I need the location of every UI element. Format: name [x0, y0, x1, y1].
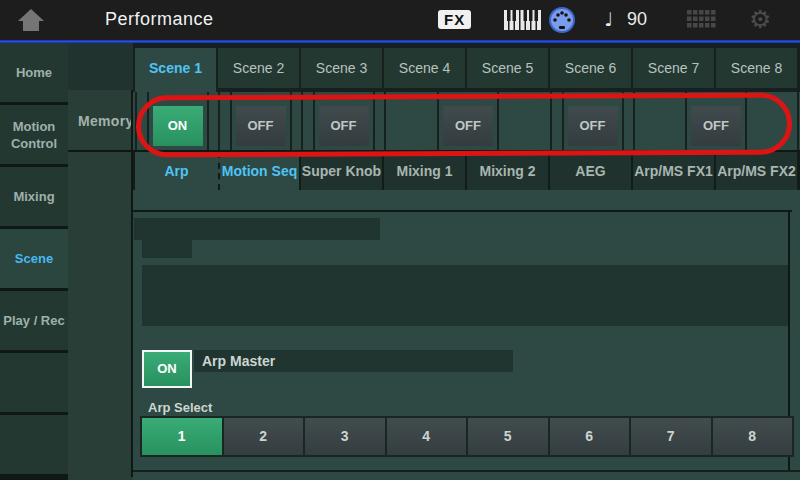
memory-switch-motion-seq[interactable]: OFF: [236, 106, 286, 146]
tempo-value[interactable]: 90: [627, 9, 647, 30]
left-column-strip: [68, 43, 133, 480]
pad-grid-icon[interactable]: [687, 10, 717, 34]
arp-select-6[interactable]: 6: [550, 418, 630, 455]
scene-tab-5[interactable]: Scene 5: [467, 48, 548, 88]
memory-switch-arp[interactable]: ON: [153, 106, 203, 146]
fx-icon[interactable]: FX: [438, 10, 471, 29]
left-column-strip-top: [68, 43, 133, 90]
scene-tab-8[interactable]: Scene 8: [716, 48, 797, 88]
quarter-note-icon[interactable]: ♩: [604, 8, 613, 30]
arp-select-row: 1 2 3 4 5 6 7 8: [140, 416, 794, 457]
content-placeholder-2: [142, 240, 192, 258]
scene-tab-2[interactable]: Scene 2: [218, 48, 299, 88]
sub-tab-bar: Arp Motion Seq Super Knob Mixing 1 Mixin…: [133, 152, 800, 190]
tab-mixing-2[interactable]: Mixing 2: [467, 152, 548, 190]
sidebar-item-motion-control[interactable]: Motion Control: [0, 105, 68, 164]
scene-tab-bar: Scene 1 Scene 2 Scene 3 Scene 4 Scene 5 …: [135, 48, 800, 92]
scene-tab-1[interactable]: Scene 1: [135, 48, 216, 92]
arp-master-label: Arp Master: [194, 350, 513, 372]
sidebar-item-mixing[interactable]: Mixing: [0, 167, 68, 226]
home-icon[interactable]: [16, 7, 46, 33]
memory-switch-aeg[interactable]: OFF: [568, 106, 618, 146]
midi-icon[interactable]: [548, 6, 576, 38]
memory-cell-arp-ms-fx: OFF: [633, 92, 799, 150]
page-title: Performance: [105, 9, 214, 30]
sidebar-item-play-rec[interactable]: Play / Rec: [0, 291, 68, 350]
arp-select-8[interactable]: 8: [713, 418, 793, 455]
gear-icon[interactable]: ⚙: [749, 5, 771, 35]
arp-select-1[interactable]: 1: [142, 418, 222, 455]
tab-aeg[interactable]: AEG: [550, 152, 631, 190]
tab-mixing-1[interactable]: Mixing 1: [384, 152, 465, 190]
scene-tab-6[interactable]: Scene 6: [550, 48, 631, 88]
tab-arp[interactable]: Arp: [135, 152, 218, 190]
divider: [68, 150, 133, 152]
tab-arp-ms-fx2[interactable]: Arp/MS FX2: [716, 152, 797, 190]
sidebar-item-scene[interactable]: Scene: [0, 229, 68, 288]
memory-cell-super-knob: OFF: [301, 92, 384, 150]
memory-cell-motion-seq: OFF: [218, 92, 301, 150]
memory-cell-mixing: OFF: [384, 92, 550, 150]
sidebar-item-empty-1: [0, 353, 68, 412]
arp-select-2[interactable]: 2: [224, 418, 304, 455]
arp-select-3[interactable]: 3: [305, 418, 385, 455]
scene-tab-7[interactable]: Scene 7: [633, 48, 714, 88]
memory-row-label: Memory: [78, 113, 133, 129]
memory-cell-aeg: OFF: [550, 92, 633, 150]
scene-tab-4[interactable]: Scene 4: [384, 48, 465, 88]
arp-select-4[interactable]: 4: [387, 418, 467, 455]
arp-master-toggle[interactable]: ON: [142, 350, 192, 388]
content-placeholder-3: [142, 265, 788, 326]
tab-motion-seq[interactable]: Motion Seq: [218, 152, 299, 190]
tab-arp-ms-fx1[interactable]: Arp/MS FX1: [633, 152, 714, 190]
divider: [133, 210, 792, 212]
top-bar: Performance FX: [0, 0, 800, 40]
arp-select-label: Arp Select: [148, 400, 212, 415]
scene-arp-panel: ON Arp Master Arp Select 1 2 3 4 5 6 7 8: [133, 190, 800, 480]
sidebar-item-empty-2: [0, 415, 68, 474]
memory-switch-arp-ms-fx[interactable]: OFF: [691, 106, 741, 146]
arp-select-7[interactable]: 7: [631, 418, 711, 455]
memory-switch-mixing[interactable]: OFF: [443, 106, 493, 146]
sidebar-item-home[interactable]: Home: [0, 43, 68, 102]
memory-switch-super-knob[interactable]: OFF: [319, 106, 369, 146]
arp-select-5[interactable]: 5: [468, 418, 548, 455]
scene-tab-3[interactable]: Scene 3: [301, 48, 382, 88]
tab-super-knob[interactable]: Super Knob: [301, 152, 382, 190]
memory-cell-arp: ON: [135, 92, 218, 150]
sidebar: Home Motion Control Mixing Scene Play / …: [0, 43, 68, 480]
divider: [133, 470, 800, 472]
content-placeholder-1: [134, 218, 380, 240]
keyboard-icon[interactable]: [503, 8, 543, 36]
memory-switch-row: ON OFF OFF OFF OFF OFF: [133, 92, 800, 150]
